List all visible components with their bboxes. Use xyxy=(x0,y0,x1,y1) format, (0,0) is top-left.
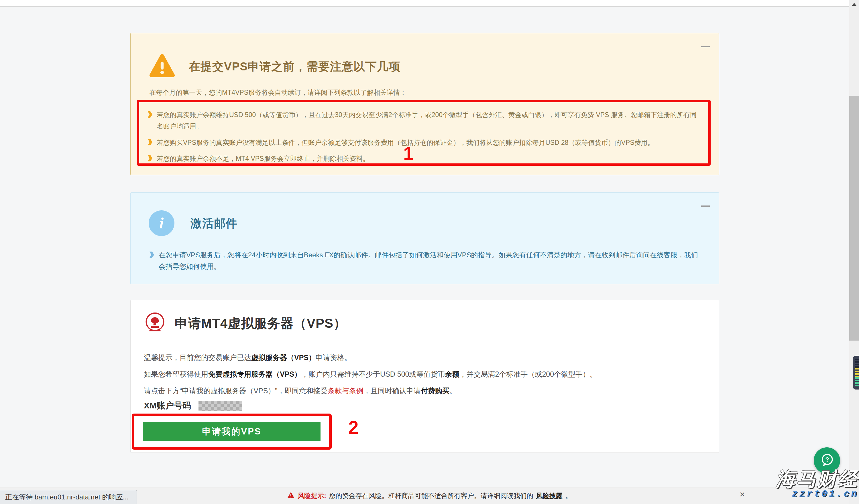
notice-text: 若您的真实账户余额维持USD 500（或等值货币），且在过去30天内交易至少满2… xyxy=(157,109,700,132)
list-item: 若您的真实账户余额不足，MT4 VPS服务会立即终止，并删除相关资料。 xyxy=(148,153,700,164)
vps-panel-title: 申请MT4虚拟服务器（VPS） xyxy=(175,315,347,332)
minimize-icon[interactable] xyxy=(701,46,710,47)
side-feedback-widget[interactable] xyxy=(853,356,859,390)
bullet-arrow-icon xyxy=(148,111,152,117)
info-panel-text: 在您申请VPS服务后，您将在24小时内收到来自Beeks FX的确认邮件。邮件包… xyxy=(159,249,702,272)
warning-triangle-icon xyxy=(149,54,176,79)
account-number-redacted xyxy=(198,401,242,411)
stripe-icon xyxy=(855,377,859,387)
vps-apply-panel: 申请MT4虚拟服务器（VPS） 温馨提示，目前您的交易账户已达虚拟服务器（VPS… xyxy=(130,300,719,453)
warning-intro-text: 在每个月的第一天，您的MT4VPS服务将会自动续订，请详阅下列条款以了解相关详情… xyxy=(150,88,406,97)
vps-stamp-icon xyxy=(144,312,166,335)
info-panel-title: 激活邮件 xyxy=(191,216,238,231)
risk-triangle-icon xyxy=(287,491,295,500)
warning-panel-title: 在提交VPS申请之前，需要注意以下几项 xyxy=(189,59,401,75)
risk-disclosure-link[interactable]: 风险披露 xyxy=(536,491,562,500)
list-item: 若您的真实账户余额维持USD 500（或等值货币），且在过去30天内交易至少满2… xyxy=(148,109,700,132)
svg-text:?: ? xyxy=(826,456,829,463)
notice-text: 若您的真实账户余额不足，MT4 VPS服务会立即终止，并删除相关资料。 xyxy=(157,153,369,164)
close-icon[interactable]: × xyxy=(740,490,745,499)
annotation-number-1: 1 xyxy=(403,143,413,164)
activation-email-panel: i 激活邮件 在您申请VPS服务后，您将在24小时内收到来自Beeks FX的确… xyxy=(130,192,719,284)
annotation-box-1: 若您的真实账户余额维持USD 500（或等值货币），且在过去30天内交易至少满2… xyxy=(137,100,711,166)
scrollbar-track[interactable] xyxy=(849,0,859,504)
terms-link[interactable]: 条款与条例 xyxy=(328,387,363,395)
bullet-arrow-icon xyxy=(148,139,152,145)
question-bubble-icon: ? xyxy=(818,452,836,469)
warning-panel: 在提交VPS申请之前，需要注意以下几项 在每个月的第一天，您的MT4VPS服务将… xyxy=(130,33,719,175)
annotation-box-2: 申请我的VPS xyxy=(132,413,332,450)
bullet-arrow-icon xyxy=(150,252,154,258)
annotation-number-2: 2 xyxy=(348,417,359,438)
risk-text: 您的资金存在风险。杠杆商品可能不适合所有客户。请详细阅读我们的 xyxy=(329,491,533,500)
vps-paragraph-2: 如果您希望获得使用免费虚拟专用服务器（VPS），账户内只需维持不少于USD 50… xyxy=(144,369,714,379)
scrollbar-up-icon[interactable] xyxy=(852,3,856,6)
bullet-arrow-icon xyxy=(148,155,152,161)
page-top-strip xyxy=(0,0,859,7)
browser-status-text: 正在等待 bam.eu01.nr-data.net 的响应... xyxy=(0,490,137,504)
help-chat-button[interactable]: ? xyxy=(814,447,840,474)
vps-paragraph-3: 请点击下方“申请我的虚拟服务器（VPS）”，即同意和接受条款与条例，且同时确认申… xyxy=(144,386,714,395)
account-number-label: XM账户号码 xyxy=(144,400,191,412)
info-icon: i xyxy=(149,210,175,236)
stripe-icon xyxy=(855,359,859,368)
list-item: 若您购买VPS服务的真实账户没有满足以上条件，但账户余额足够支付该服务费用（包括… xyxy=(148,137,700,148)
scrollbar-thumb[interactable] xyxy=(849,96,859,341)
stripe-icon xyxy=(855,368,859,378)
watermark-line-1: 海马财经 xyxy=(776,469,858,489)
apply-vps-button[interactable]: 申请我的VPS xyxy=(143,422,320,441)
risk-label: 风险提示: xyxy=(298,491,326,500)
vps-paragraph-1: 温馨提示，目前您的交易账户已达虚拟服务器（VPS）申请资格。 xyxy=(144,353,714,362)
minimize-icon[interactable] xyxy=(701,205,710,207)
